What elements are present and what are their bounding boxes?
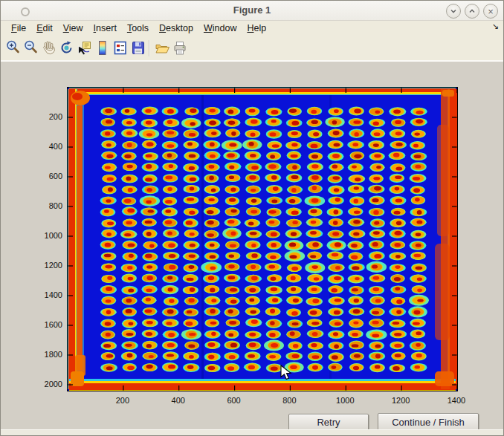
y-tick-label: 1000	[28, 230, 62, 241]
plot-axes[interactable]	[67, 87, 458, 391]
data-cursor-icon	[77, 39, 92, 56]
plate-scan-image[interactable]	[68, 88, 457, 391]
menu-view[interactable]: View	[59, 23, 88, 33]
x-tick-label: 800	[273, 395, 306, 406]
window-title: Figure 1	[1, 1, 503, 20]
y-tick-label: 1200	[28, 260, 62, 270]
dock-arrow-icon[interactable]: ↘	[492, 22, 499, 31]
zoom-out-button[interactable]	[22, 39, 39, 58]
window-controls: ×	[446, 4, 498, 19]
zoom-in-button[interactable]	[4, 39, 22, 58]
y-tick-label: 1800	[28, 349, 62, 359]
pan-hand-icon	[41, 39, 56, 56]
rotate-3d-icon	[59, 39, 74, 56]
x-tick-label: 200	[106, 395, 139, 406]
window-status-strip	[1, 429, 503, 435]
save-figure-button[interactable]	[129, 39, 146, 58]
menubar: File Edit View Insert Tools Desktop Wind…	[1, 21, 503, 36]
menu-file[interactable]: File	[7, 23, 30, 33]
menu-insert[interactable]: Insert	[89, 23, 121, 33]
y-tick-label: 1600	[28, 319, 62, 330]
toolbar-separator	[149, 40, 149, 56]
y-tick-label: 800	[28, 201, 62, 211]
insert-colorbar-button[interactable]	[93, 39, 111, 58]
figure-window: Figure 1 × File Edit View Insert Tools D…	[0, 0, 504, 436]
y-tick-label: 600	[28, 171, 62, 181]
print-figure-button[interactable]	[171, 39, 189, 58]
figure-toolbar	[1, 36, 503, 60]
menu-edit[interactable]: Edit	[32, 23, 57, 33]
zoom-in-icon	[5, 39, 21, 56]
x-tick-label: 600	[218, 395, 251, 406]
open-file-button[interactable]	[153, 39, 171, 58]
titlebar[interactable]: Figure 1 ×	[1, 1, 503, 21]
printer-icon	[172, 39, 188, 56]
x-tick-label: 1000	[329, 395, 361, 406]
insert-legend-button[interactable]	[111, 39, 129, 58]
chevron-up-icon	[468, 7, 476, 16]
zoom-out-icon	[23, 39, 39, 56]
pan-button[interactable]	[39, 39, 57, 58]
close-icon: ×	[488, 7, 494, 16]
colorbar-icon	[94, 39, 110, 56]
menu-tools[interactable]: Tools	[123, 23, 153, 33]
legend-icon	[112, 39, 128, 56]
chevron-down-icon	[449, 7, 458, 16]
close-button[interactable]: ×	[483, 4, 498, 19]
open-folder-icon	[154, 39, 170, 56]
data-cursor-button[interactable]	[75, 39, 93, 58]
y-tick-label: 1400	[28, 290, 62, 300]
x-tick-label: 1400	[440, 395, 473, 406]
x-tick-label: 1200	[384, 395, 417, 406]
minimize-button[interactable]	[446, 4, 461, 19]
retry-button[interactable]: Retry	[288, 414, 369, 431]
rotate-3d-button[interactable]	[57, 39, 75, 58]
figure-canvas: 2004006008001000120014002004006008001000…	[1, 62, 503, 432]
menu-help[interactable]: Help	[242, 23, 271, 33]
save-icon	[130, 39, 146, 56]
y-tick-label: 200	[28, 111, 62, 122]
y-tick-label: 400	[28, 141, 62, 152]
x-tick-label: 400	[162, 395, 195, 406]
menu-desktop[interactable]: Desktop	[155, 23, 198, 33]
y-tick-label: 2000	[28, 379, 62, 389]
maximize-button[interactable]	[465, 4, 479, 19]
menu-window[interactable]: Window	[199, 23, 241, 33]
